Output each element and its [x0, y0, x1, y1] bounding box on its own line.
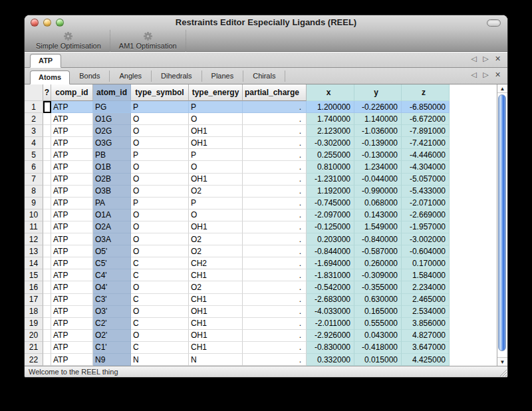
cell-comp_id[interactable]: ATP	[51, 294, 93, 306]
tab-chirals[interactable]: Chirals	[243, 70, 285, 82]
cell-type_symbol[interactable]: O	[131, 330, 189, 342]
cell-flag[interactable]	[43, 306, 51, 318]
cell-flag[interactable]	[43, 318, 51, 330]
cell-x[interactable]: -1.831000	[307, 269, 354, 281]
cell-atom_id[interactable]: PG	[93, 101, 131, 113]
row-number[interactable]: 12	[25, 233, 43, 245]
cell-partial_charge[interactable]: .	[243, 245, 307, 257]
cell-z[interactable]: -7.891000	[402, 125, 450, 137]
cell-flag[interactable]	[43, 174, 51, 186]
cell-z[interactable]: -0.604000	[402, 245, 450, 257]
cell-z[interactable]: -5.433000	[402, 186, 450, 198]
cell-z[interactable]: -2.071000	[402, 198, 450, 209]
cell-partial_charge[interactable]: .	[243, 342, 307, 354]
cell-atom_id[interactable]: C3'	[93, 294, 131, 306]
cell-type_energy[interactable]: P	[189, 198, 243, 209]
cell-flag[interactable]	[43, 101, 51, 113]
cell-z[interactable]: -5.057000	[402, 174, 450, 186]
cell-type_energy[interactable]: O	[189, 113, 243, 125]
column-header-comp_id[interactable]: comp_id	[51, 84, 93, 101]
cell-type_symbol[interactable]: O	[131, 281, 189, 293]
cell-comp_id[interactable]: ATP	[51, 318, 93, 330]
cell-z[interactable]: -2.669000	[402, 209, 450, 221]
resize-grip[interactable]	[498, 368, 507, 376]
cell-partial_charge[interactable]: .	[243, 174, 307, 186]
cell-type_symbol[interactable]: N	[131, 354, 189, 366]
cell-type_energy[interactable]: P	[189, 149, 243, 161]
cell-comp_id[interactable]: ATP	[51, 198, 93, 209]
row-number[interactable]: 16	[25, 281, 43, 293]
cell-z[interactable]: 4.827000	[402, 330, 450, 342]
cell-x[interactable]: -2.011000	[307, 318, 354, 330]
row-number[interactable]: 6	[25, 161, 43, 173]
cell-z[interactable]: -4.446000	[402, 149, 450, 161]
cell-type_energy[interactable]: CH1	[189, 269, 243, 281]
row-number[interactable]: 15	[25, 269, 43, 281]
tab-scroll-left-icon[interactable]: ◁	[469, 55, 478, 63]
cell-type_energy[interactable]: O2	[189, 245, 243, 257]
cell-y[interactable]: 1.140000	[354, 113, 402, 125]
column-header-z[interactable]: z	[402, 84, 450, 101]
row-number[interactable]: 7	[25, 174, 43, 186]
cell-x[interactable]: -4.033000	[307, 306, 354, 318]
cell-z[interactable]: 3.647000	[402, 342, 450, 354]
cell-comp_id[interactable]: ATP	[51, 354, 93, 366]
cell-x[interactable]: -0.745000	[307, 198, 354, 209]
cell-z[interactable]: 4.425000	[402, 354, 450, 366]
cell-z[interactable]: 3.856000	[402, 318, 450, 330]
cell-atom_id[interactable]: C5'	[93, 257, 131, 269]
cell-type_energy[interactable]: O2	[189, 281, 243, 293]
cell-flag[interactable]	[43, 198, 51, 209]
cell-y[interactable]: -0.130000	[354, 149, 402, 161]
cell-x[interactable]: -2.926000	[307, 330, 354, 342]
cell-type_energy[interactable]: CH1	[189, 342, 243, 354]
tab-scroll-right-icon[interactable]: ▷	[481, 70, 490, 79]
cell-x[interactable]: -0.542000	[307, 281, 354, 293]
row-number[interactable]: 11	[25, 221, 43, 233]
cell-type_energy[interactable]: OH1	[189, 174, 243, 186]
cell-y[interactable]: -0.226000	[354, 101, 402, 113]
cell-type_symbol[interactable]: O	[131, 306, 189, 318]
scroll-up-icon[interactable]: ▲	[497, 84, 507, 93]
cell-comp_id[interactable]: ATP	[51, 161, 93, 173]
cell-flag[interactable]	[43, 113, 51, 125]
cell-atom_id[interactable]: O3'	[93, 306, 131, 318]
cell-partial_charge[interactable]: .	[243, 221, 307, 233]
cell-z[interactable]: 0.170000	[402, 257, 450, 269]
row-number[interactable]: 4	[25, 137, 43, 149]
cell-z[interactable]: -6.850000	[402, 101, 450, 113]
cell-comp_id[interactable]: ATP	[51, 186, 93, 198]
cell-type_symbol[interactable]: C	[131, 318, 189, 330]
cell-y[interactable]: -0.587000	[354, 245, 402, 257]
cell-y[interactable]: -0.840000	[354, 233, 402, 245]
titlebar[interactable]: Restraints Editor Especially Ligands (RE…	[25, 15, 507, 30]
column-header-partial_charge[interactable]: partial_charge	[243, 84, 307, 101]
cell-atom_id[interactable]: O3A	[93, 233, 131, 245]
column-header-flag[interactable]: ?	[43, 84, 51, 101]
cell-partial_charge[interactable]: .	[243, 354, 307, 366]
cell-type_symbol[interactable]: O	[131, 161, 189, 173]
cell-y[interactable]: 0.068000	[354, 198, 402, 209]
row-number[interactable]: 9	[25, 198, 43, 209]
cell-flag[interactable]	[43, 342, 51, 354]
cell-partial_charge[interactable]: .	[243, 209, 307, 221]
cell-comp_id[interactable]: ATP	[51, 281, 93, 293]
cell-x[interactable]: -0.844000	[307, 245, 354, 257]
cell-x[interactable]: 1.200000	[307, 101, 354, 113]
cell-type_symbol[interactable]: O	[131, 209, 189, 221]
scroll-down-icon[interactable]: ▼	[497, 357, 507, 366]
cell-comp_id[interactable]: ATP	[51, 245, 93, 257]
tab-scroll-right-icon[interactable]: ▷	[481, 55, 490, 63]
cell-type_energy[interactable]: OH1	[189, 306, 243, 318]
cell-x[interactable]: -0.830000	[307, 342, 354, 354]
cell-type_symbol[interactable]: C	[131, 257, 189, 269]
cell-flag[interactable]	[43, 125, 51, 137]
cell-type_energy[interactable]: CH1	[189, 294, 243, 306]
cell-z[interactable]: -7.421000	[402, 137, 450, 149]
minimize-window-button[interactable]	[43, 19, 51, 27]
column-header-atom_id[interactable]: atom_id	[93, 84, 131, 101]
cell-y[interactable]: 0.260000	[354, 257, 402, 269]
cell-z[interactable]: -3.002000	[402, 233, 450, 245]
cell-comp_id[interactable]: ATP	[51, 137, 93, 149]
cell-comp_id[interactable]: ATP	[51, 101, 93, 113]
